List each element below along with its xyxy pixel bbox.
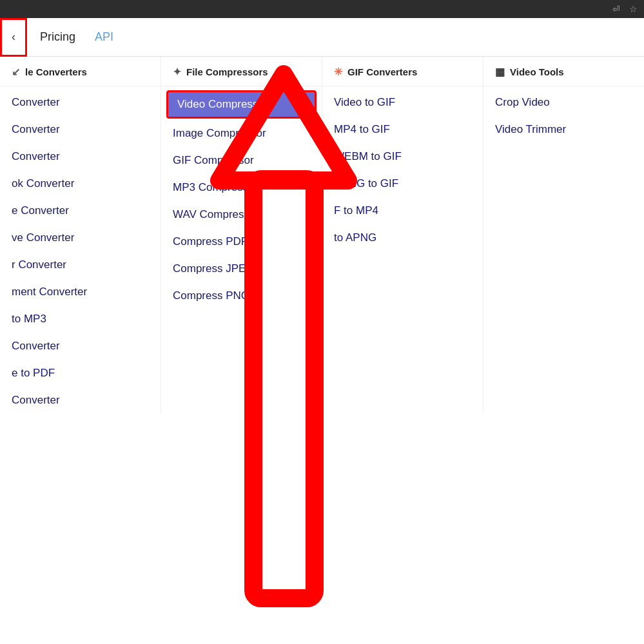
menu-item-converter-2[interactable]: Converter xyxy=(0,116,161,143)
nav-logo-box[interactable]: ‹ xyxy=(0,18,27,57)
nav-bar: ‹ Pricing API xyxy=(0,18,644,57)
share-icon[interactable]: ⏎ xyxy=(612,4,620,14)
bookmark-icon[interactable]: ☆ xyxy=(629,4,638,14)
column-header-label-video-tools: Video Tools xyxy=(510,66,564,77)
menu-item-converter-4[interactable]: ok Converter xyxy=(0,170,161,197)
menu-item-image-compressor[interactable]: Image Compressor xyxy=(161,120,322,147)
menu-item-compress-jpeg[interactable]: Compress JPEG xyxy=(161,255,322,282)
menu-item-mp4-to-gif[interactable]: MP4 to GIF xyxy=(322,116,483,143)
menu-item-crop-video[interactable]: Crop Video xyxy=(483,89,644,116)
menu-item-converter-9[interactable]: Converter xyxy=(0,333,161,360)
menu-item-converter-7[interactable]: r Converter xyxy=(0,251,161,278)
nav-links: Pricing API xyxy=(27,30,113,44)
menu-item-apng-to-gif[interactable]: APNG to GIF xyxy=(322,170,483,197)
menu-item-converter-10[interactable]: Converter xyxy=(0,387,161,414)
menu-item-converter-6[interactable]: ve Converter xyxy=(0,224,161,251)
menu-item-converter-5[interactable]: e Converter xyxy=(0,197,161,224)
column-header-video-tools: ▦Video Tools xyxy=(483,57,644,86)
menu-item-compress-pdf[interactable]: Compress PDF xyxy=(161,228,322,255)
column-items-video-tools: Crop VideoVideo Trimmer xyxy=(483,86,644,143)
api-nav-link[interactable]: API xyxy=(95,30,113,44)
menu-item-converter-3[interactable]: Converter xyxy=(0,143,161,170)
column-file-compressors: ✦File CompressorsVideo CompressorImage C… xyxy=(161,57,322,414)
video-tools-header-icon: ▦ xyxy=(495,66,505,78)
column-items-file-compressors: Video CompressorImage CompressorGIF Comp… xyxy=(161,86,322,309)
menu-item-f-to-mp4[interactable]: F to MP4 xyxy=(322,197,483,224)
menu-item-converter-8[interactable]: ment Converter xyxy=(0,278,161,306)
column-header-file-converters: ↙le Converters xyxy=(0,57,161,86)
column-video-tools: ▦Video ToolsCrop VideoVideo Trimmer xyxy=(483,57,644,414)
menu-item-to-mp3[interactable]: to MP3 xyxy=(0,306,161,333)
menu-item-gif-compressor[interactable]: GIF Compressor xyxy=(161,147,322,174)
column-items-file-converters: ConverterConverterConverterok Convertere… xyxy=(0,86,161,414)
menu-item-compress-png[interactable]: Compress PNG xyxy=(161,282,322,309)
back-chevron-icon: ‹ xyxy=(12,30,15,44)
menu-item-to-apng[interactable]: to APNG xyxy=(322,224,483,251)
menu-item-video-to-gif[interactable]: Video to GIF xyxy=(322,89,483,116)
browser-bar: ⏎ ☆ xyxy=(0,0,644,18)
column-file-converters: ↙le ConvertersConverterConverterConverte… xyxy=(0,57,161,414)
menu-item-to-pdf[interactable]: e to PDF xyxy=(0,360,161,387)
menu-item-wav-compressor[interactable]: WAV Compressor xyxy=(161,201,322,228)
menu-item-webm-to-gif[interactable]: WEBM to GIF xyxy=(322,143,483,170)
dropdown-menu: ↙le ConvertersConverterConverterConverte… xyxy=(0,57,644,414)
menu-item-video-trimmer[interactable]: Video Trimmer xyxy=(483,116,644,143)
file-compressors-header-icon: ✦ xyxy=(173,66,181,78)
menu-item-mp3-compressor[interactable]: MP3 Compressor xyxy=(161,174,322,201)
menu-item-converter-1[interactable]: Converter xyxy=(0,89,161,116)
pricing-nav-link[interactable]: Pricing xyxy=(40,30,75,44)
column-items-gif-converters: Video to GIFMP4 to GIFWEBM to GIFAPNG to… xyxy=(322,86,483,251)
column-header-gif-converters: ✳GIF Converters xyxy=(322,57,483,86)
file-converters-header-icon: ↙ xyxy=(12,66,20,78)
menu-item-video-compressor[interactable]: Video Compressor xyxy=(166,90,317,119)
gif-converters-header-icon: ✳ xyxy=(334,66,342,78)
column-header-label-gif-converters: GIF Converters xyxy=(347,66,417,77)
column-gif-converters: ✳GIF ConvertersVideo to GIFMP4 to GIFWEB… xyxy=(322,57,483,414)
column-header-label-file-compressors: File Compressors xyxy=(186,66,268,77)
column-header-label-file-converters: le Converters xyxy=(25,66,87,77)
column-header-file-compressors: ✦File Compressors xyxy=(161,57,322,86)
